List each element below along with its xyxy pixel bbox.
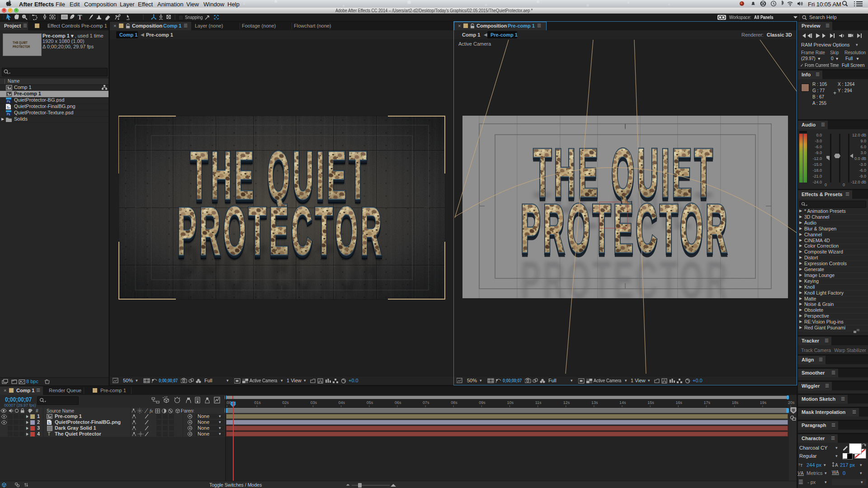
svg-text:-6.0: -6.0 [815,145,822,149]
svg-text:-3.0: -3.0 [815,139,822,143]
svg-text:T: T [78,14,82,21]
svg-text:08s: 08s [451,400,458,405]
svg-text:3.0: 3.0 [860,150,866,155]
svg-text:-18.0: -18.0 [812,168,822,173]
svg-text:17s: 17s [704,400,711,405]
svg-text:-6.0: -6.0 [859,168,866,173]
svg-text:6.0: 6.0 [860,145,866,149]
svg-text:12s: 12s [563,400,570,405]
svg-text:Source Name: Source Name [47,408,75,413]
svg-text:02s: 02s [282,400,289,405]
svg-text:14s: 14s [619,400,626,405]
svg-text:-12.0: -12.0 [812,156,822,161]
svg-text:03s: 03s [310,400,317,405]
svg-text:07s: 07s [423,400,429,405]
svg-text:06s: 06s [395,400,401,405]
svg-text:Ps: Ps [7,113,10,116]
svg-text:-9.0: -9.0 [815,150,822,155]
svg-text:0.0 dB: 0.0 dB [854,156,866,161]
svg-text:15s: 15s [647,400,654,405]
svg-text:18s: 18s [732,400,739,405]
svg-text:WA: WA [832,470,839,475]
svg-text:A: A [835,463,838,468]
svg-text:19s: 19s [760,400,767,405]
svg-text:16s: 16s [675,400,682,405]
svg-text:-21.0: -21.0 [812,174,822,178]
svg-text:-3.0: -3.0 [859,162,866,167]
svg-text:09s: 09s [479,400,486,405]
svg-text:20s: 20s [788,400,795,405]
svg-text:0.0: 0.0 [816,133,822,137]
svg-text:0: 0 [843,183,845,187]
svg-text:-9.0: -9.0 [859,174,866,178]
svg-text:13s: 13s [591,400,598,405]
svg-text:fx: fx [150,408,153,413]
svg-text:12.0 dB: 12.0 dB [852,133,866,137]
svg-text:#: # [36,408,38,413]
svg-text:9.0: 9.0 [860,139,866,143]
svg-text:05s: 05s [367,400,373,405]
svg-text:Ps: Ps [7,100,10,103]
svg-text:ᵀT: ᵀT [798,463,803,468]
svg-text:-15.0: -15.0 [812,162,822,167]
svg-text:11s: 11s [535,400,542,405]
svg-text:01s: 01s [254,400,261,405]
svg-text:-24.0: -24.0 [812,180,822,184]
svg-text:10s: 10s [507,400,514,405]
svg-text:A: A [801,471,804,476]
svg-text:04s: 04s [339,400,345,405]
svg-text:-12.0 dB: -12.0 dB [851,180,866,184]
svg-text:0: 0 [825,183,827,187]
